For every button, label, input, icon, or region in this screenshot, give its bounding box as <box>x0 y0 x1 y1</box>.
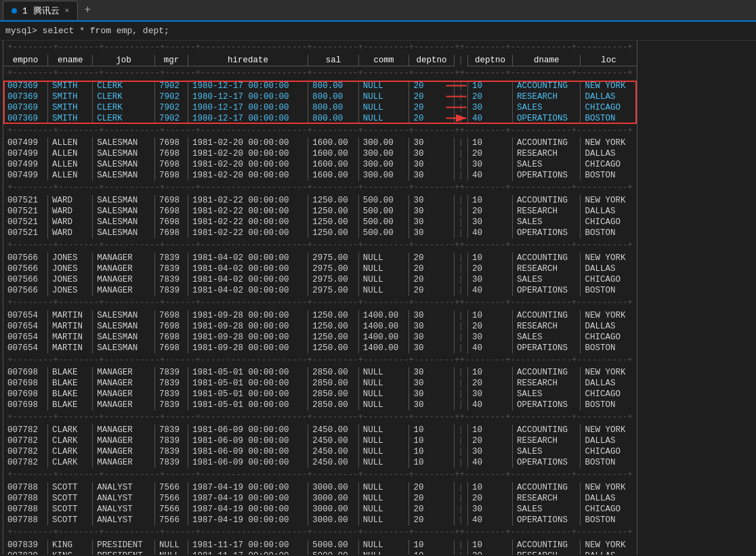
separator-row: +--------+--------+-----------+------+--… <box>3 296 637 310</box>
table-row: 007566JONESMANAGER78391981-04-02 00:00:0… <box>3 263 637 274</box>
table-row: 007369SMITHCLERK79021980-12-17 00:00:008… <box>3 113 637 124</box>
tab-add-button[interactable]: + <box>78 1 97 20</box>
separator-row: +--------+--------+-----------+------+--… <box>3 468 637 482</box>
table-row: 007499ALLENSALESMAN76981981-02-20 00:00:… <box>3 170 637 181</box>
table-row: 007654MARTINSALESMAN76981981-09-28 00:00… <box>3 343 637 354</box>
table-row: 007788SCOTTANALYST75661987-04-19 00:00:0… <box>3 493 637 504</box>
table-row: 007698BLAKEMANAGER78391981-05-01 00:00:0… <box>3 367 637 378</box>
table-row: 007499ALLENSALESMAN76981981-02-20 00:00:… <box>3 148 637 159</box>
table-row: 007369SMITHCLERK79021980-12-17 00:00:008… <box>3 81 637 91</box>
table-row: 007654MARTINSALESMAN76981981-09-28 00:00… <box>3 332 637 343</box>
separator-row: +--------+--------+-----------+------+--… <box>3 181 637 195</box>
table-header: empno ename job mgr hiredate sal comm de… <box>3 55 637 66</box>
table-row: 007654MARTINSALESMAN76981981-09-28 00:00… <box>3 310 637 321</box>
separator-row: +--------+--------+-----------+------+--… <box>3 526 637 540</box>
table-row: 007788SCOTTANALYST75661987-04-19 00:00:0… <box>3 504 637 515</box>
separator-row: +--------+--------+-----------+------+--… <box>3 410 637 425</box>
table-row: 007499ALLENSALESMAN76981981-02-20 00:00:… <box>3 137 637 148</box>
separator-row: +--------+--------+-----------+------+--… <box>3 354 637 368</box>
table-row: 007566JONESMANAGER78391981-04-02 00:00:0… <box>3 253 637 263</box>
separator-row: +--------+--------+-----------+------+--… <box>3 124 637 138</box>
table-row: 007782CLARKMANAGER78391981-06-09 00:00:0… <box>3 435 637 446</box>
separator-top: +--------+--------+-----------+------+--… <box>3 41 637 55</box>
table-row: 007839KINGPRESIDENTNULL1981-11-17 00:00:… <box>3 540 637 551</box>
separator-row: +--------+--------+-----------+------+--… <box>3 238 637 253</box>
table-row: 007698BLAKEMANAGER78391981-05-01 00:00:0… <box>3 389 637 400</box>
table-row: 007788SCOTTANALYST75661987-04-19 00:00:0… <box>3 515 637 526</box>
result-table: +--------+--------+-----------+------+--… <box>3 41 637 555</box>
tab-label: 1 腾讯云 <box>22 5 60 17</box>
table-row: 007788SCOTTANALYST75661987-04-19 00:00:0… <box>3 482 637 493</box>
tab-1[interactable]: 1 腾讯云 × <box>3 1 78 20</box>
table-row: 007369SMITHCLERK79021980-12-17 00:00:008… <box>3 91 637 102</box>
table-row: 007839KINGPRESIDENTNULL1981-11-17 00:00:… <box>3 551 637 555</box>
tab-close-icon[interactable]: × <box>65 7 70 15</box>
table-row: 007782CLARKMANAGER78391981-06-09 00:00:0… <box>3 457 637 468</box>
table-row: 007369SMITHCLERK79021980-12-17 00:00:008… <box>3 102 637 113</box>
table-row: 007521WARDSALESMAN76981981-02-22 00:00:0… <box>3 217 637 228</box>
table-row: 007782CLARKMANAGER78391981-06-09 00:00:0… <box>3 446 637 457</box>
tab-dot <box>12 8 17 14</box>
tab-bar: 1 腾讯云 × + <box>0 0 756 22</box>
table-row: 007499ALLENSALESMAN76981981-02-20 00:00:… <box>3 159 637 170</box>
table-row: 007521WARDSALESMAN76981981-02-22 00:00:0… <box>3 228 637 238</box>
table-row: 007521WARDSALESMAN76981981-02-22 00:00:0… <box>3 195 637 206</box>
table-row: 007698BLAKEMANAGER78391981-05-01 00:00:0… <box>3 400 637 410</box>
table-row: 007566JONESMANAGER78391981-04-02 00:00:0… <box>3 274 637 285</box>
table-row: 007654MARTINSALESMAN76981981-09-28 00:00… <box>3 321 637 332</box>
command-line: mysql> select * from emp, dept; <box>0 22 756 41</box>
table-row: 007782CLARKMANAGER78391981-06-09 00:00:0… <box>3 425 637 435</box>
table-row: 007521WARDSALESMAN76981981-02-22 00:00:0… <box>3 206 637 217</box>
table-row: 007566JONESMANAGER78391981-04-02 00:00:0… <box>3 285 637 296</box>
table-row: 007698BLAKEMANAGER78391981-05-01 00:00:0… <box>3 378 637 389</box>
table-container[interactable]: +--------+--------+-----------+------+--… <box>0 41 756 555</box>
separator-header: +--------+--------+-----------+------+--… <box>3 66 637 80</box>
